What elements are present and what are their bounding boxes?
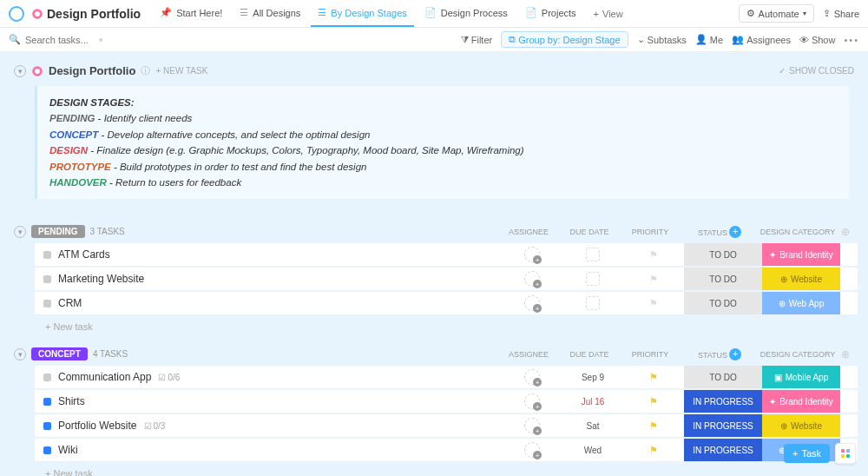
task-row[interactable]: Marketing Website ⚑ TO DO ⊕Website	[35, 268, 858, 290]
priority-flag-icon[interactable]: ⚑	[649, 420, 658, 432]
group-status-pill[interactable]: CONCEPT	[31, 347, 88, 360]
status-square-icon[interactable]	[43, 300, 51, 307]
status-square-icon[interactable]	[43, 422, 51, 430]
priority-flag-icon[interactable]: ⚑	[649, 445, 658, 456]
status-cell[interactable]: TO DO	[684, 292, 762, 314]
automate-button[interactable]: ⚙Automate▾	[739, 4, 814, 23]
due-date-cell[interactable]	[562, 243, 623, 266]
assignee-cell[interactable]	[502, 268, 562, 290]
task-row[interactable]: ATM Cards ⚑ TO DO ✦Brand Identity	[35, 243, 858, 266]
collapse-toggle[interactable]: ▾	[14, 226, 26, 238]
task-row[interactable]: CRM ⚑ TO DO ⊕Web App	[35, 292, 858, 314]
new-task-header-button[interactable]: + NEW TASK	[155, 66, 207, 76]
chevron-down-icon[interactable]: ▾	[99, 36, 103, 44]
due-date-text[interactable]: Sep 9	[582, 373, 604, 382]
due-date-text[interactable]: Sat	[586, 421, 599, 431]
priority-cell[interactable]: ⚑	[623, 414, 684, 437]
tab-all-designs[interactable]: ☰All Designs	[233, 0, 307, 27]
priority-cell[interactable]: ⚑	[623, 390, 684, 413]
tab-start-here[interactable]: 📌Start Here!	[153, 0, 229, 27]
due-date-cell[interactable]: Sep 9	[562, 366, 623, 388]
more-menu-button[interactable]: •••	[844, 35, 859, 45]
share-button[interactable]: ⇪Share	[823, 8, 859, 19]
due-date-cell[interactable]: Jul 16	[562, 390, 623, 413]
priority-flag-icon[interactable]: ⚑	[649, 372, 658, 383]
add-status-icon[interactable]: +	[729, 226, 741, 238]
priority-cell[interactable]: ⚑	[623, 366, 684, 388]
assignee-cell[interactable]	[502, 390, 562, 413]
group-by-button[interactable]: ⧉Group by: Design Stage	[501, 31, 628, 48]
status-cell[interactable]: IN PROGRESS	[684, 414, 762, 437]
task-name[interactable]: Portfolio Website	[58, 420, 137, 432]
search-box[interactable]: 🔍 ▾	[9, 34, 122, 45]
priority-flag-icon[interactable]: ⚑	[649, 396, 658, 407]
due-date-empty[interactable]	[586, 272, 600, 286]
priority-cell[interactable]: ⚑	[623, 268, 684, 290]
priority-cell[interactable]: ⚑	[623, 243, 684, 266]
show-closed-button[interactable]: ✓SHOW CLOSED	[779, 66, 854, 76]
priority-flag-icon[interactable]: ⚑	[649, 298, 658, 309]
info-icon[interactable]: ⓘ	[141, 64, 150, 77]
status-cell[interactable]: IN PROGRESS	[684, 390, 762, 413]
apps-grid-button[interactable]	[835, 443, 856, 464]
filter-button[interactable]: ⧩Filter	[461, 34, 492, 45]
add-assignee-icon[interactable]	[524, 369, 540, 385]
tab-design-process[interactable]: 📄Design Process	[418, 0, 515, 27]
priority-flag-icon[interactable]: ⚑	[649, 249, 658, 261]
category-cell[interactable]: ✦Brand Identity	[762, 390, 840, 413]
task-name[interactable]: Marketing Website	[58, 273, 144, 285]
collapse-toggle[interactable]: ▾	[14, 348, 26, 360]
status-cell[interactable]: IN PROGRESS	[684, 439, 762, 461]
create-task-fab[interactable]: +Task	[784, 444, 830, 463]
due-date-cell[interactable]: Sat	[562, 414, 623, 437]
task-name[interactable]: Shirts	[58, 395, 85, 407]
tab-by-design-stages[interactable]: ☰By Design Stages	[311, 0, 413, 27]
assignee-cell[interactable]	[502, 366, 562, 388]
status-cell[interactable]: TO DO	[684, 366, 762, 388]
priority-cell[interactable]: ⚑	[623, 292, 684, 314]
task-name[interactable]: CRM	[58, 297, 82, 309]
task-row[interactable]: Portfolio Website ☑0/3 Sat ⚑ IN PROGRESS…	[35, 414, 858, 437]
category-cell[interactable]: ⊕Website	[762, 414, 840, 437]
assignee-cell[interactable]	[502, 439, 562, 461]
show-button[interactable]: 👁Show	[799, 35, 836, 45]
task-row[interactable]: Shirts Jul 16 ⚑ IN PROGRESS ✦Brand Ident…	[35, 390, 858, 413]
add-task-button[interactable]: + New task	[10, 316, 858, 334]
priority-flag-icon[interactable]: ⚑	[649, 274, 658, 285]
assignees-button[interactable]: 👥Assignees	[732, 34, 791, 45]
group-status-pill[interactable]: PENDING	[31, 225, 85, 238]
add-assignee-icon[interactable]	[524, 393, 540, 409]
collapse-toggle[interactable]: ▾	[14, 65, 26, 77]
due-date-cell[interactable]	[562, 292, 623, 314]
due-date-empty[interactable]	[586, 296, 600, 310]
assignee-cell[interactable]	[502, 414, 562, 437]
tab-projects[interactable]: 📄Projects	[518, 0, 583, 27]
category-cell[interactable]: ⊕Web App	[762, 292, 840, 314]
app-logo-icon[interactable]	[9, 6, 24, 22]
add-assignee-icon[interactable]	[524, 418, 540, 433]
category-cell[interactable]: ⊕Website	[762, 268, 840, 290]
add-assignee-icon[interactable]	[524, 295, 540, 311]
due-date-empty[interactable]	[586, 248, 600, 261]
priority-cell[interactable]: ⚑	[623, 439, 684, 461]
task-name[interactable]: Communication App	[58, 371, 151, 383]
status-square-icon[interactable]	[43, 275, 51, 283]
due-date-text[interactable]: Wed	[584, 446, 602, 455]
due-date-cell[interactable]	[562, 268, 623, 290]
status-square-icon[interactable]	[43, 251, 51, 259]
status-square-icon[interactable]	[43, 398, 51, 406]
add-column-button[interactable]: ⊕	[837, 348, 854, 360]
status-cell[interactable]: TO DO	[684, 243, 762, 266]
add-assignee-icon[interactable]	[524, 442, 540, 458]
add-task-button[interactable]: + New task	[10, 463, 858, 476]
category-cell[interactable]: ▣Mobile App	[762, 366, 840, 388]
task-row[interactable]: Communication App ☑0/6 Sep 9 ⚑ TO DO ▣Mo…	[35, 366, 858, 388]
subtasks-button[interactable]: ⌄Subtasks	[637, 34, 687, 45]
task-name[interactable]: Wiki	[58, 444, 78, 456]
task-row[interactable]: Wiki Wed ⚑ IN PROGRESS ⊕Web App	[35, 439, 858, 461]
assignee-cell[interactable]	[502, 243, 562, 266]
add-view-button[interactable]: +View	[587, 0, 630, 27]
category-cell[interactable]: ✦Brand Identity	[762, 243, 840, 266]
assignee-cell[interactable]	[502, 292, 562, 314]
due-date-cell[interactable]: Wed	[562, 439, 623, 461]
